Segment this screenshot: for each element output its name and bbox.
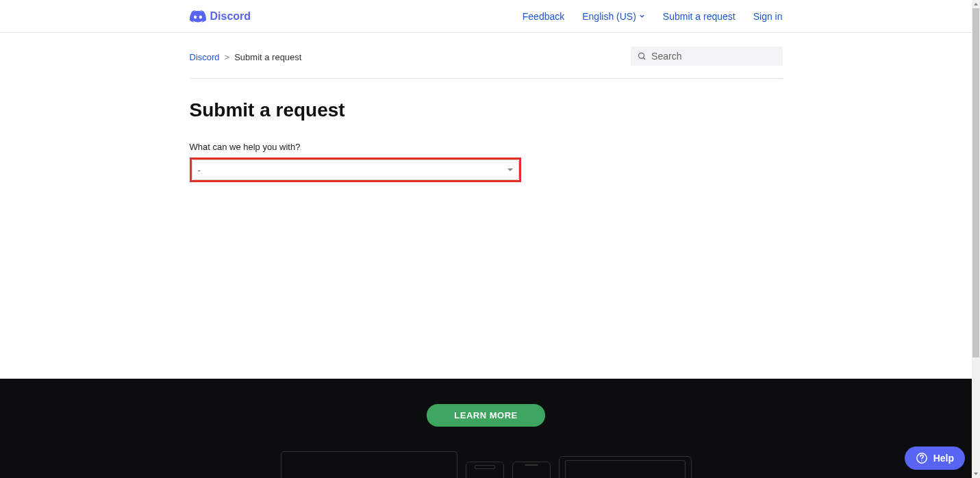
- nav-language-label: English (US): [582, 11, 636, 22]
- scrollbar[interactable]: [972, 0, 980, 478]
- breadcrumb-current: Submit a request: [234, 52, 301, 62]
- top-nav: Feedback English (US) Submit a request S…: [523, 11, 783, 22]
- device-illustration: [281, 451, 692, 478]
- discord-logo-icon: [190, 10, 206, 23]
- help-form-label: What can we help you with?: [190, 142, 783, 152]
- scroll-down-icon[interactable]: [972, 470, 980, 478]
- search-box[interactable]: [631, 47, 783, 66]
- page-title: Submit a request: [190, 99, 783, 121]
- learn-more-button[interactable]: LEARN MORE: [427, 404, 544, 427]
- nav-submit-request[interactable]: Submit a request: [663, 11, 736, 22]
- help-widget-label: Help: [933, 453, 954, 464]
- help-select[interactable]: -: [192, 160, 519, 180]
- device-phone-icon: [466, 462, 504, 478]
- help-widget-button[interactable]: Help: [905, 446, 965, 470]
- site-footer: LEARN MORE: [0, 379, 972, 478]
- breadcrumb-root[interactable]: Discord: [190, 52, 220, 62]
- scroll-thumb[interactable]: [972, 8, 979, 357]
- device-phone-icon: [512, 462, 551, 478]
- brand-logo-link[interactable]: Discord: [190, 10, 251, 23]
- device-monitor-icon: [281, 451, 457, 478]
- svg-point-2: [921, 460, 922, 461]
- nav-feedback[interactable]: Feedback: [523, 11, 564, 22]
- search-icon: [638, 51, 646, 61]
- caret-down-icon: [507, 168, 513, 171]
- brand-name: Discord: [210, 10, 251, 23]
- search-input[interactable]: [651, 51, 775, 62]
- help-select-value: -: [198, 165, 201, 175]
- scroll-up-icon[interactable]: [972, 0, 980, 8]
- main-content: Discord > Submit a request Submit a requ…: [190, 33, 783, 379]
- top-row: Discord > Submit a request: [190, 47, 783, 79]
- breadcrumb: Discord > Submit a request: [190, 50, 302, 62]
- nav-language-selector[interactable]: English (US): [582, 11, 645, 22]
- help-icon: [916, 452, 928, 464]
- nav-signin[interactable]: Sign in: [753, 11, 783, 22]
- site-header: Discord Feedback English (US) Submit a r…: [0, 0, 972, 33]
- chevron-down-icon: [639, 13, 645, 19]
- device-tablet-icon: [559, 456, 692, 478]
- svg-point-0: [638, 53, 644, 58]
- breadcrumb-separator: >: [225, 52, 230, 62]
- help-select-highlight: -: [190, 158, 521, 182]
